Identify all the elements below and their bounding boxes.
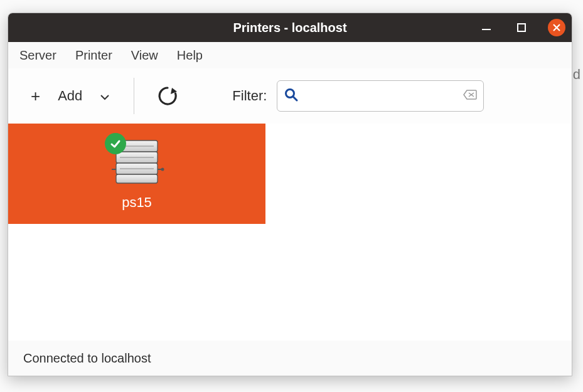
printer-name: ps15 [122, 194, 152, 211]
maximize-button[interactable] [513, 19, 530, 36]
chevron-down-icon [100, 88, 110, 104]
window-title: Printers - localhost [233, 21, 346, 35]
printer-icon [109, 137, 165, 188]
add-printer-button[interactable]: + Add [21, 79, 117, 113]
svg-point-18 [161, 168, 164, 171]
minimize-icon [481, 22, 492, 33]
clear-filter-icon[interactable] [463, 90, 477, 102]
menu-view[interactable]: View [131, 48, 158, 63]
plus-icon: + [31, 87, 40, 106]
statusbar: Connected to localhost [8, 341, 572, 376]
menu-printer[interactable]: Printer [75, 48, 112, 63]
close-icon [552, 23, 561, 32]
titlebar: Printers - localhost [8, 13, 572, 42]
svg-rect-1 [518, 24, 525, 31]
close-button[interactable] [548, 19, 565, 36]
printer-list: ps15 [8, 124, 572, 341]
svg-rect-12 [116, 174, 158, 183]
default-printer-badge [105, 133, 126, 154]
menu-server[interactable]: Server [19, 48, 56, 63]
refresh-icon [156, 84, 179, 108]
toolbar: + Add Filter: [8, 68, 572, 124]
filter-label: Filter: [232, 88, 267, 104]
search-icon [284, 87, 299, 105]
background-text-fragment: d [573, 66, 580, 83]
filter-field[interactable] [277, 80, 484, 112]
add-button-label: Add [58, 88, 82, 104]
maximize-icon [516, 23, 527, 33]
checkmark-icon [109, 137, 122, 150]
minimize-button[interactable] [478, 19, 495, 36]
status-text: Connected to localhost [23, 351, 151, 366]
refresh-button[interactable] [151, 79, 185, 113]
toolbar-separator [134, 78, 134, 114]
menu-help[interactable]: Help [177, 48, 203, 63]
menubar: Server Printer View Help [8, 42, 572, 68]
printer-item[interactable]: ps15 [8, 124, 265, 224]
printers-window: Printers - localhost Server Printer View… [8, 13, 572, 376]
window-controls [478, 13, 565, 42]
svg-line-6 [293, 97, 297, 100]
filter-input[interactable] [302, 89, 459, 103]
